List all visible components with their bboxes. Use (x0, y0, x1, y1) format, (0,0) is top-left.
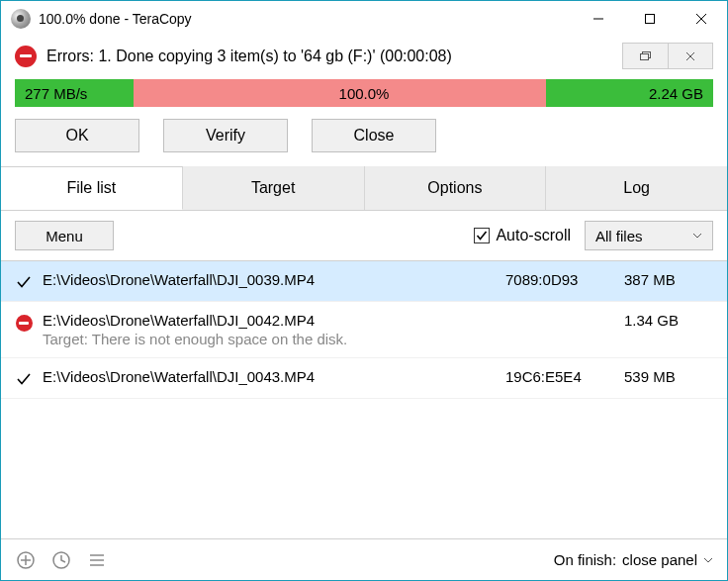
list-icon[interactable] (86, 549, 108, 571)
tab-target[interactable]: Target (183, 166, 365, 210)
action-bar: OK Verify Close (1, 119, 727, 166)
svg-rect-1 (646, 15, 655, 24)
app-icon (11, 9, 31, 29)
maximize-button[interactable] (624, 1, 676, 37)
tab-bar: File list Target Options Log (1, 166, 727, 211)
progress-percent: 100.0% (339, 85, 390, 102)
check-icon (15, 273, 33, 291)
file-size: 539 MB (624, 368, 713, 385)
file-size: 1.34 GB (624, 312, 713, 329)
file-path: E:\Videos\Drone\Waterfall\DJI_0042.MP4 (43, 312, 496, 329)
titlebar: 100.0% done - TeraCopy (1, 1, 727, 37)
on-finish-value: close panel (622, 551, 697, 568)
window-title: 100.0% done - TeraCopy (39, 11, 192, 27)
chevron-down-icon (692, 233, 702, 239)
minimize-button[interactable] (573, 1, 624, 37)
menu-button[interactable]: Menu (15, 221, 114, 250)
file-path: E:\Videos\Drone\Waterfall\DJI_0039.MP4 (43, 271, 496, 288)
on-finish-dropdown[interactable]: On finish: close panel (554, 551, 713, 568)
add-icon[interactable] (15, 549, 37, 571)
svg-rect-5 (640, 53, 648, 59)
filter-label: All files (595, 228, 643, 244)
progress-bar: 277 MB/s 100.0% 2.24 GB (15, 79, 713, 107)
progress-speed: 277 MB/s (15, 85, 87, 102)
error-icon (15, 46, 37, 67)
close-window-button[interactable] (676, 1, 727, 37)
status-text: Errors: 1. Done copying 3 item(s) to '64… (46, 48, 612, 65)
auto-scroll-label: Auto-scroll (496, 227, 571, 244)
file-row[interactable]: E:\Videos\Drone\Waterfall\DJI_0043.MP4 1… (1, 358, 727, 399)
status-row: Errors: 1. Done copying 3 item(s) to '64… (1, 37, 727, 75)
restore-panel-button[interactable] (623, 44, 668, 68)
ok-button[interactable]: OK (15, 119, 139, 152)
tab-log[interactable]: Log (546, 166, 727, 210)
file-error-message: Target: There is not enough space on the… (43, 331, 496, 347)
file-list[interactable]: E:\Videos\Drone\Waterfall\DJI_0039.MP4 7… (1, 260, 727, 538)
auto-scroll-checkbox[interactable]: Auto-scroll (474, 227, 571, 244)
check-icon (15, 370, 33, 388)
tab-file-list[interactable]: File list (1, 166, 183, 210)
progress-total: 2.24 GB (649, 85, 703, 102)
close-button[interactable]: Close (312, 119, 436, 152)
file-crc: 19C6:E5E4 (505, 368, 614, 385)
file-path: E:\Videos\Drone\Waterfall\DJI_0043.MP4 (43, 368, 496, 385)
file-crc: 7089:0D93 (505, 271, 614, 288)
filter-dropdown[interactable]: All files (585, 221, 713, 250)
file-row[interactable]: E:\Videos\Drone\Waterfall\DJI_0042.MP4 T… (1, 302, 727, 358)
on-finish-label: On finish: (554, 551, 616, 568)
checkbox-icon (474, 228, 490, 243)
history-icon[interactable] (50, 549, 72, 571)
verify-button[interactable]: Verify (163, 119, 288, 152)
chevron-down-icon (703, 557, 713, 563)
file-row[interactable]: E:\Videos\Drone\Waterfall\DJI_0039.MP4 7… (1, 261, 727, 302)
footer: On finish: close panel (1, 538, 727, 580)
tab-options[interactable]: Options (365, 166, 547, 210)
file-size: 387 MB (624, 271, 713, 288)
list-toolbar: Menu Auto-scroll All files (1, 211, 727, 260)
error-icon (15, 314, 33, 332)
close-panel-button[interactable] (668, 44, 712, 68)
